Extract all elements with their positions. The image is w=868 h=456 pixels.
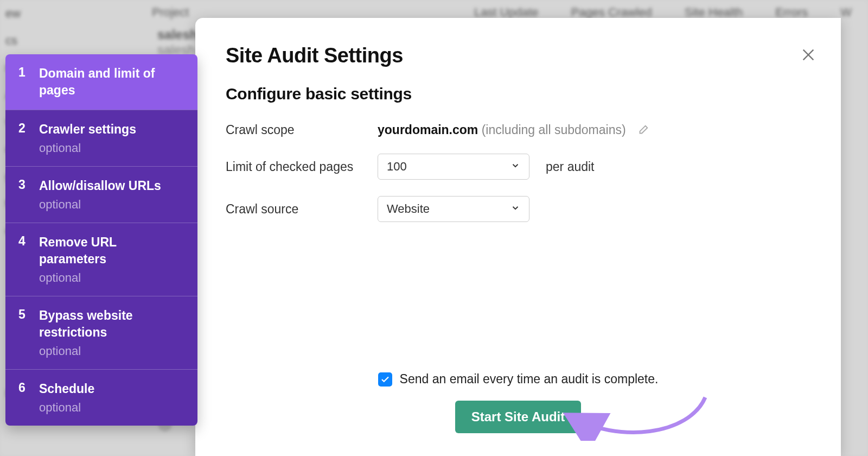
email-notify-label: Send an email every time an audit is com… [400, 372, 659, 387]
crawl-scope-note: (including all subdomains) [482, 123, 626, 137]
email-notify-checkbox[interactable] [378, 372, 392, 387]
step-number: 2 [18, 121, 29, 155]
step-schedule[interactable]: 6 Schedule optional [5, 369, 197, 426]
email-notify-row[interactable]: Send an email every time an audit is com… [378, 372, 659, 387]
step-optional: optional [39, 401, 184, 415]
limit-pages-row: Limit of checked pages 100 per audit [226, 154, 810, 180]
modal-subtitle: Configure basic settings [226, 85, 810, 103]
step-optional: optional [39, 141, 184, 155]
step-label: Remove URL parameters [39, 234, 184, 268]
settings-stepper: 1 Domain and limit of pages 2 Crawler se… [5, 54, 197, 426]
step-label: Domain and limit of pages [39, 65, 184, 99]
crawl-scope-label: Crawl scope [226, 123, 378, 137]
step-domain-limit[interactable]: 1 Domain and limit of pages [5, 54, 197, 110]
step-optional: optional [39, 271, 184, 285]
step-number: 3 [18, 178, 29, 212]
step-crawler-settings[interactable]: 2 Crawler settings optional [5, 110, 197, 166]
limit-pages-select[interactable]: 100 [378, 154, 529, 180]
crawl-source-row: Crawl source Website [226, 196, 810, 222]
edit-icon[interactable] [637, 124, 649, 136]
step-label: Crawler settings [39, 121, 184, 138]
crawl-source-select[interactable]: Website [378, 196, 529, 222]
step-allow-disallow[interactable]: 3 Allow/disallow URLs optional [5, 166, 197, 223]
step-remove-url-params[interactable]: 4 Remove URL parameters optional [5, 223, 197, 296]
step-number: 4 [18, 234, 29, 285]
step-bypass-restrictions[interactable]: 5 Bypass website restrictions optional [5, 296, 197, 369]
chevron-down-icon [510, 160, 520, 174]
step-label: Allow/disallow URLs [39, 178, 184, 194]
crawl-source-label: Crawl source [226, 202, 378, 217]
step-optional: optional [39, 344, 184, 358]
close-button[interactable] [797, 44, 819, 66]
modal-title: Site Audit Settings [226, 44, 810, 67]
start-site-audit-button[interactable]: Start Site Audit [455, 401, 581, 433]
step-number: 5 [18, 307, 29, 358]
limit-pages-label: Limit of checked pages [226, 160, 378, 174]
step-label: Schedule [39, 381, 184, 397]
limit-pages-suffix: per audit [546, 160, 595, 174]
chevron-down-icon [510, 202, 520, 216]
crawl-scope-domain: yourdomain.com [378, 123, 478, 137]
step-number: 1 [18, 65, 29, 99]
limit-pages-value: 100 [387, 160, 407, 174]
crawl-source-value: Website [387, 202, 430, 216]
step-number: 6 [18, 381, 29, 415]
step-label: Bypass website restrictions [39, 307, 184, 341]
step-optional: optional [39, 198, 184, 212]
site-audit-settings-modal: Site Audit Settings Configure basic sett… [195, 18, 841, 456]
crawl-scope-row: Crawl scope yourdomain.com (including al… [226, 123, 810, 137]
